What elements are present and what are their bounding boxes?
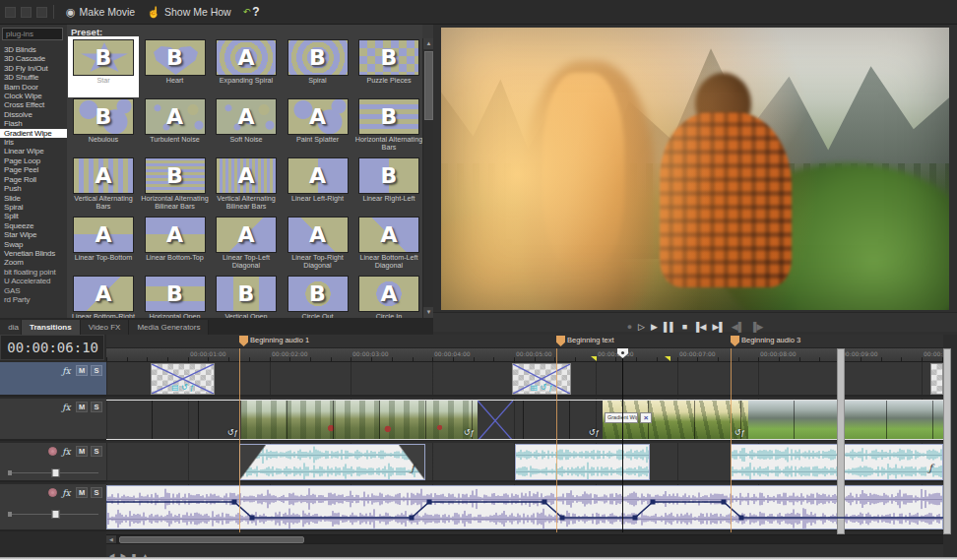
category-item-bit-floating-point[interactable]: bit floating point <box>0 268 67 277</box>
preset-spiral[interactable]: BSpiral <box>285 38 351 95</box>
preset-paint-splatter[interactable]: APaint Splatter <box>285 97 351 155</box>
preset-linear-left-right[interactable]: ALinear Left-Right <box>285 156 351 214</box>
preset-vertical-open[interactable]: BVertical Open <box>213 275 280 318</box>
preset-vertical-alternating-bars[interactable]: AVertical Alternating Bars <box>70 156 137 214</box>
timeline-marker-beginning-audio-1[interactable] <box>239 336 248 346</box>
preset-turbulent-noise[interactable]: ATurbulent Noise <box>142 97 209 155</box>
category-item-3d-fly-in-out[interactable]: 3D Fly In/Out <box>0 64 67 73</box>
preset-scrollbar-thumb[interactable] <box>424 51 433 120</box>
title-event-clip[interactable] <box>930 363 943 395</box>
video-overlay-track-header[interactable]: ƒxMS <box>0 362 106 397</box>
track-fx-button[interactable]: ƒx <box>60 447 73 457</box>
category-item-3d-shuffle[interactable]: 3D Shuffle <box>0 73 67 82</box>
preset-linear-top-right-diagonal[interactable]: ALinear Top-Right Diagonal <box>285 216 351 273</box>
solo-button[interactable]: S <box>91 487 102 498</box>
preset-scrollbar[interactable]: ▲ ▼ <box>422 38 433 318</box>
category-item-flash[interactable]: Flash <box>0 119 67 128</box>
category-item-u-accelerated[interactable]: U Accelerated <box>0 277 67 285</box>
solo-button[interactable]: S <box>91 446 102 457</box>
hscroll-thumb[interactable] <box>119 536 304 543</box>
video-event-golden[interactable]: ↺ƒ <box>106 400 241 440</box>
pause-button[interactable]: ▌▌ <box>664 321 676 333</box>
timeline-marker-beginning-audio-3[interactable] <box>731 336 739 346</box>
record-arm-button[interactable] <box>48 488 57 497</box>
preset-expanding-spiral[interactable]: AExpanding Spiral <box>213 38 280 95</box>
go-to-start-button[interactable]: ▐◀ <box>693 321 706 333</box>
category-item-barn-door[interactable]: Barn Door <box>0 83 67 92</box>
disabled-toolbar-icon[interactable] <box>36 7 47 18</box>
next-frame-button[interactable]: ▐▶ <box>750 321 763 333</box>
track-fx-button[interactable]: ƒx <box>60 403 73 412</box>
mute-button[interactable]: M <box>76 365 88 376</box>
main-video-track-lane[interactable]: ↺ƒ↺ƒ↺ƒGradient Wipe×↺ƒ <box>106 399 943 441</box>
preset-circle-out[interactable]: BCircle Out <box>285 275 351 318</box>
music-event-clip[interactable] <box>106 485 943 529</box>
audio-fx-icon[interactable]: ƒ <box>411 463 415 473</box>
title-event-clip[interactable]: ▤ ↺ ƒ <box>512 363 571 395</box>
preset-nebulous[interactable]: BNebulous <box>70 97 137 155</box>
category-item-rd-party[interactable]: rd Party <box>0 295 67 304</box>
preset-linear-bottom-left-diagonal[interactable]: ALinear Bottom-Left Diagonal <box>355 216 422 273</box>
timeline-marker-beginning-text[interactable] <box>556 336 565 346</box>
slider-handle[interactable] <box>51 510 60 519</box>
play-from-start-button[interactable]: ▷ <box>638 321 645 333</box>
preset-vertical-alternating-bilinear-bars[interactable]: AVertical Alternating Bilinear Bars <box>213 156 280 214</box>
category-item-slide[interactable]: Slide <box>0 194 67 203</box>
audio-track-1-lane[interactable]: ƒƒ <box>106 443 943 482</box>
preset-horizontal-alternating-bars[interactable]: BHorizontal Alternating Bars <box>355 97 422 155</box>
time-ruler[interactable]: 00:00:01:0000:00:02:0000:00:03:0000:00:0… <box>106 348 943 362</box>
transition-event-label[interactable]: Gradient Wipe <box>605 412 638 423</box>
preset-horizontal-alternating-bilinear-bars[interactable]: BHorizontal Alternating Bilinear Bars <box>142 156 209 214</box>
category-item-gradient-wipe[interactable]: Gradient Wipe <box>0 129 67 138</box>
marker-row[interactable]: Beginning audio 1Beginning textBeginning… <box>106 335 943 348</box>
preset-linear-bottom-top[interactable]: ALinear Bottom-Top <box>142 216 209 273</box>
help-button[interactable]: ↶ ? <box>237 3 266 21</box>
preset-puzzle-pieces[interactable]: BPuzzle Pieces <box>355 38 422 95</box>
category-item-iris[interactable]: Iris <box>0 138 67 147</box>
previous-frame-button[interactable]: ◀▌ <box>732 321 744 333</box>
preset-linear-right-left[interactable]: BLinear Right-Left <box>355 156 422 214</box>
play-button[interactable]: ▶ <box>651 321 658 333</box>
audio-track-2-header[interactable]: ƒxMS <box>0 484 106 531</box>
solo-button[interactable]: S <box>91 365 102 376</box>
category-item-linear-wipe[interactable]: Linear Wipe <box>0 147 67 156</box>
volume-slider[interactable] <box>8 468 98 478</box>
category-item-3d-cascade[interactable]: 3D Cascade <box>0 54 67 63</box>
audio-fx-icon[interactable]: ƒ <box>928 463 932 473</box>
audio-track-2-lane[interactable] <box>106 484 943 531</box>
show-me-how-button[interactable]: ☝ Show Me How <box>141 4 236 20</box>
category-item-zoom[interactable]: Zoom <box>0 258 67 267</box>
preset-heart[interactable]: BHeart <box>142 38 209 95</box>
video-event-golden[interactable]: ↺ƒ <box>478 400 603 440</box>
tab-media-generators[interactable]: Media Generators <box>129 320 209 335</box>
tab-media[interactable]: dia <box>0 320 22 335</box>
record-button[interactable]: ● <box>627 321 632 333</box>
record-arm-button[interactable] <box>48 447 57 456</box>
preset-horizontal-open[interactable]: BHorizontal Open <box>142 275 209 318</box>
audio-event-clip[interactable]: ƒ <box>239 444 425 480</box>
timecode-display[interactable]: 00:00:06:10 <box>0 335 104 360</box>
tab-video-fx[interactable]: Video FX <box>81 320 130 335</box>
audio-track-1-header[interactable]: ƒxMS <box>0 443 106 482</box>
track-fx-button[interactable]: ƒx <box>60 366 73 376</box>
go-to-end-button[interactable]: ▶▌ <box>712 321 725 333</box>
preset-soft-noise[interactable]: ASoft Noise <box>213 97 280 155</box>
category-item-cross-effect[interactable]: Cross Effect <box>0 100 67 109</box>
mute-button[interactable]: M <box>76 487 88 498</box>
preset-star[interactable]: BStar <box>70 38 137 95</box>
video-overlay-track-lane[interactable]: ▤ ↺ ƒ▤ ↺ ƒ <box>106 362 943 397</box>
preset-linear-top-left-diagonal[interactable]: ALinear Top-Left Diagonal <box>213 216 280 273</box>
fade-in-envelope[interactable] <box>240 445 266 479</box>
video-event-field[interactable]: ↺ƒ <box>241 400 478 440</box>
video-event-mountain[interactable] <box>748 400 943 440</box>
category-item-push[interactable]: Push <box>0 184 67 193</box>
category-item-swap[interactable]: Swap <box>0 240 67 249</box>
category-item-page-roll[interactable]: Page Roll <box>0 175 67 184</box>
make-movie-button[interactable]: ◉ Make Movie <box>60 4 141 20</box>
category-item-page-loop[interactable]: Page Loop <box>0 156 67 165</box>
disabled-toolbar-icon[interactable] <box>21 7 32 18</box>
preset-circle-in[interactable]: ACircle In <box>355 275 422 318</box>
timeline-body[interactable]: Beginning audio 1Beginning textBeginning… <box>106 335 943 557</box>
transition-crossfade-icon[interactable]: × <box>640 412 652 423</box>
category-item-spiral[interactable]: Spiral <box>0 203 67 212</box>
